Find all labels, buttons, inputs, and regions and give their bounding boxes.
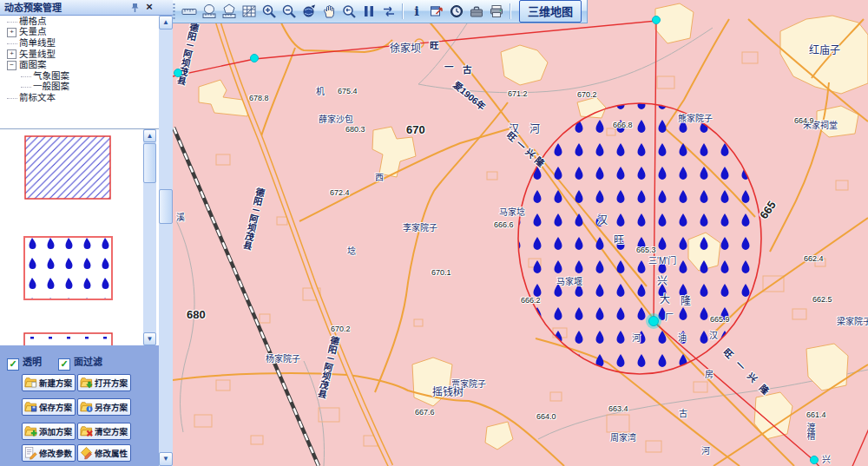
edit-params-button[interactable]: 修改参数	[22, 444, 76, 462]
action-button-label: 修改参数	[39, 447, 72, 459]
panel-header: 动态预案管理 ×	[0, 0, 173, 16]
saveas-plan-button[interactable]: i另存方案	[77, 398, 131, 416]
route-vertex-marker[interactable]	[250, 54, 259, 62]
map-label: 666.6	[494, 221, 514, 229]
collapse-minus-icon[interactable]: −	[7, 61, 16, 70]
map-label: 汉	[597, 215, 608, 226]
map-label: 兴	[657, 276, 667, 286]
swatch-list	[0, 129, 143, 345]
plan-management-panel: 动态预案管理 × 栅格点+矢量点简单线型+矢量线型−面图案气象图案一般图案箭标文…	[0, 0, 173, 466]
close-icon[interactable]: ×	[143, 0, 155, 14]
tree-connector	[7, 22, 17, 23]
tree-item-label: 矢量线型	[19, 49, 56, 59]
map-label: 664.9	[794, 117, 814, 125]
tree-item-label: 栅格点	[19, 16, 47, 26]
map-label: 熊家院子	[678, 115, 713, 123]
action-button-label: 保存方案	[39, 401, 72, 413]
tree-item-6[interactable]: 一般图案	[0, 81, 152, 91]
panel-scrollbar[interactable]: ▲ ▼	[159, 16, 173, 466]
route-vertex-marker[interactable]	[810, 456, 819, 464]
route-vertex-marker[interactable]	[652, 16, 661, 24]
map-label: 680	[187, 309, 206, 320]
tree-item-1[interactable]: +矢量点	[0, 26, 152, 37]
map-label: 埝	[347, 247, 356, 256]
printer-icon[interactable]	[487, 3, 505, 21]
route-vertex-marker[interactable]	[174, 69, 182, 77]
map-label: 摇钱树	[432, 387, 464, 397]
checkbox-icon[interactable]: ✓	[7, 358, 19, 371]
expand-plus-icon[interactable]: +	[7, 49, 16, 59]
zoom-in-icon[interactable]	[260, 3, 278, 21]
swatch-scroll-down[interactable]: ▼	[143, 332, 156, 345]
edit-params-icon	[24, 446, 37, 460]
tree-item-5[interactable]: 气象图案	[0, 70, 152, 81]
measure-polygon-icon[interactable]	[220, 3, 238, 21]
swatch-scroll-thumb[interactable]	[143, 143, 156, 183]
expand-plus-icon[interactable]: +	[7, 28, 16, 37]
map-label: 梁家院子	[837, 318, 868, 326]
open-plan-button[interactable]: 打开方案	[77, 374, 131, 391]
swatch-dashes-partial[interactable]	[23, 332, 113, 345]
save-plan-button[interactable]: 保存方案	[22, 398, 76, 416]
map-label: 680.3	[345, 126, 365, 134]
checkbox-1[interactable]: ✓面过滤	[58, 354, 102, 371]
pan-hand-icon[interactable]	[319, 3, 338, 21]
edit-props-icon	[80, 446, 93, 460]
tree-item-label: 一般图案	[33, 81, 69, 91]
export-icon[interactable]	[427, 3, 445, 21]
clock-icon[interactable]	[447, 3, 465, 21]
map-label: 670.1	[431, 269, 451, 277]
map-3d-button[interactable]: 三维地图	[519, 0, 582, 23]
checkbox-label: 面过滤	[74, 357, 102, 367]
plan-controls: ✓透明✓面过滤 新建方案打开方案保存方案i另存方案添加方案清空方案修改参数修改属…	[0, 345, 159, 466]
tree-item-0[interactable]: 栅格点	[0, 16, 152, 26]
map-label: 杨家院子	[266, 355, 300, 364]
map-toolbar: i 三维地图	[170, 0, 588, 23]
action-button-label: 另存方案	[95, 401, 128, 413]
edit-props-button[interactable]: 修改属性	[77, 444, 131, 462]
map-label: 678.8	[249, 95, 269, 102]
swap-arrows-icon[interactable]	[379, 3, 398, 21]
toolbar-separator	[510, 3, 510, 19]
info-icon[interactable]: i	[407, 3, 425, 21]
tree-connector	[7, 43, 17, 44]
panel-scroll-thumb[interactable]	[159, 189, 173, 224]
toolbar-separator	[402, 3, 403, 19]
map-label: 661.4	[806, 411, 826, 419]
tree-item-3[interactable]: +矢量线型	[0, 49, 152, 60]
pin-icon[interactable]	[129, 2, 141, 14]
panel-title: 动态预案管理	[4, 3, 62, 13]
map-viewport[interactable]: 徐家坝红庙子朱家祠堂薛家沙包熊家院子李家院子马家埝马家堰杨家院子贾家院子摇钱树周…	[173, 0, 868, 466]
swatch-diagonal-hatch[interactable]	[24, 135, 111, 200]
checkbox-icon[interactable]: ✓	[58, 358, 70, 371]
tree-item-7[interactable]: 箭标文本	[0, 92, 152, 102]
map-label: 663.4	[608, 405, 628, 413]
tree-item-2[interactable]: 简单线型	[0, 37, 152, 48]
add-plan-button[interactable]: 添加方案	[22, 423, 76, 440]
map-label: 670.2	[577, 91, 597, 99]
zoom-previous-icon[interactable]	[339, 3, 358, 21]
map-label: 西	[375, 174, 384, 182]
panel-scroll-down[interactable]: ▼	[159, 452, 173, 466]
route-vertex-marker[interactable]	[648, 316, 659, 326]
tree-item-4[interactable]: −面图案	[0, 59, 152, 70]
checkbox-0[interactable]: ✓透明	[7, 354, 42, 371]
grid-icon[interactable]	[240, 3, 258, 21]
ruler-icon[interactable]	[180, 3, 198, 21]
zoom-out-icon[interactable]	[279, 3, 298, 21]
panel-scroll-up[interactable]: ▲	[159, 16, 173, 30]
tree-item-label: 矢量点	[19, 26, 47, 36]
map-label: 662.5	[812, 296, 832, 304]
pause-icon[interactable]	[359, 3, 378, 21]
open-plan-icon	[80, 376, 93, 390]
globe-icon[interactable]	[299, 3, 318, 21]
swatch-scroll-up[interactable]: ▲	[143, 129, 156, 142]
swatch-drops[interactable]	[23, 236, 113, 300]
new-plan-button[interactable]: 新建方案	[22, 374, 76, 391]
clear-plan-button[interactable]: 清空方案	[77, 423, 131, 440]
briefcase-icon[interactable]	[467, 3, 485, 21]
measure-circle-icon[interactable]	[200, 3, 218, 21]
map-label: 664.0	[536, 413, 556, 421]
save-plan-icon	[24, 400, 37, 414]
swatch-scrollbar[interactable]: ▲ ▼	[143, 129, 156, 345]
